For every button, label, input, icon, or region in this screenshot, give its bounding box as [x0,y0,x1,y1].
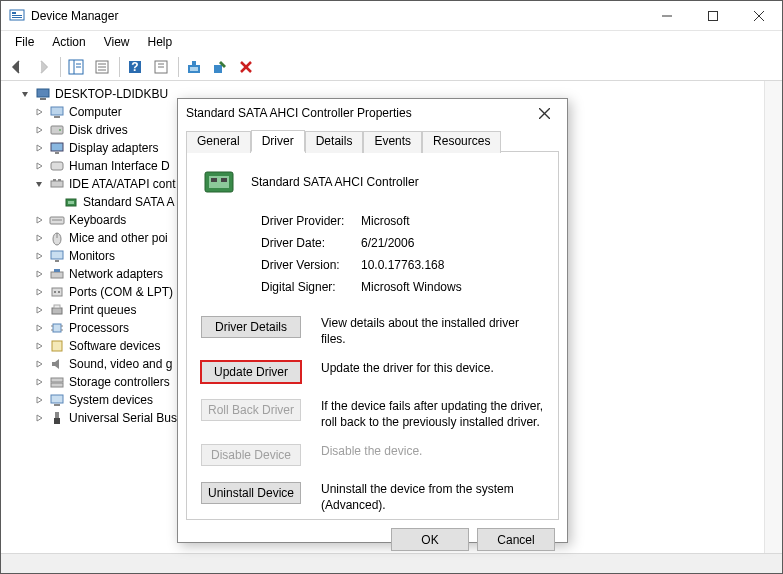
tab-general[interactable]: General [186,131,251,153]
signer-label: Digital Signer: [261,280,361,294]
chevron-icon[interactable] [33,160,45,172]
chevron-icon[interactable] [33,142,45,154]
svg-rect-37 [53,179,56,181]
properties-button[interactable] [90,55,114,79]
show-hide-tree-button[interactable] [64,55,88,79]
svg-rect-34 [55,152,59,154]
update-driver-button-dialog[interactable]: Update Driver [201,361,301,383]
version-label: Driver Version: [261,258,361,272]
svg-rect-28 [40,98,46,100]
menu-view[interactable]: View [96,33,138,51]
rollback-driver-button: Roll Back Driver [201,399,301,421]
svg-rect-29 [51,107,63,115]
chevron-icon[interactable] [33,358,45,370]
dialog-titlebar: Standard SATA AHCI Controller Properties [178,99,567,127]
svg-rect-47 [51,272,63,278]
tab-content: Standard SATA AHCI Controller Driver Pro… [186,152,559,520]
menubar: File Action View Help [1,31,782,53]
chevron-icon[interactable] [33,304,45,316]
svg-rect-3 [12,17,22,18]
tree-item-label: Computer [69,105,122,119]
statusbar [1,553,782,573]
provider-label: Driver Provider: [261,214,361,228]
chevron-icon[interactable] [33,124,45,136]
svg-text:?: ? [131,60,138,74]
tree-item-label: Mice and other poi [69,231,168,245]
svg-rect-63 [54,404,60,406]
svg-rect-45 [51,251,63,259]
chevron-down-icon[interactable] [19,88,31,100]
date-label: Driver Date: [261,236,361,250]
tree-item-label: Storage controllers [69,375,170,389]
scrollbar-gutter[interactable] [764,81,782,553]
svg-rect-2 [12,15,22,16]
device-icon [201,164,237,200]
dialog-title: Standard SATA AHCI Controller Properties [186,106,529,120]
back-button[interactable] [5,55,29,79]
menu-action[interactable]: Action [44,33,93,51]
disable-device-button: Disable Device [201,444,301,466]
chevron-icon[interactable] [33,106,45,118]
chevron-icon[interactable] [33,268,45,280]
tree-item-label: Sound, video and g [69,357,172,371]
chevron-icon[interactable] [33,178,45,190]
properties2-button[interactable] [149,55,173,79]
menu-help[interactable]: Help [140,33,181,51]
maximize-button[interactable] [690,1,736,30]
device-category-icon [49,392,65,408]
device-category-icon [49,248,65,264]
dialog-close-button[interactable] [529,99,559,127]
svg-rect-60 [51,378,63,382]
svg-rect-59 [52,341,62,351]
chevron-icon[interactable] [33,232,45,244]
chevron-icon[interactable] [33,322,45,334]
chevron-icon[interactable] [33,412,45,424]
chevron-icon[interactable] [33,250,45,262]
device-category-icon [49,338,65,354]
uninstall-button[interactable] [208,55,232,79]
tree-item-label: Human Interface D [69,159,170,173]
svg-rect-65 [54,418,60,424]
uninstall-device-button[interactable]: Uninstall Device [201,482,301,504]
tree-item-label: Disk drives [69,123,128,137]
device-name: Standard SATA AHCI Controller [251,175,419,189]
help-button[interactable]: ? [123,55,147,79]
menu-file[interactable]: File [7,33,42,51]
device-category-icon [49,140,65,156]
cancel-button[interactable]: Cancel [477,528,555,551]
tab-events[interactable]: Events [363,131,422,153]
svg-point-32 [59,129,61,131]
uninstall-device-desc: Uninstall the device from the system (Ad… [321,482,544,513]
svg-rect-54 [53,324,61,332]
chevron-icon[interactable] [33,286,45,298]
device-manager-window: Device Manager File Action View Help ? [0,0,783,574]
chevron-icon[interactable] [33,214,45,226]
driver-details-desc: View details about the installed driver … [321,316,544,347]
chevron-icon[interactable] [33,340,45,352]
svg-rect-27 [37,89,49,97]
svg-rect-52 [52,308,62,314]
close-button[interactable] [736,1,782,30]
svg-rect-30 [54,116,60,118]
date-value: 6/21/2006 [361,236,414,250]
tab-resources[interactable]: Resources [422,131,501,153]
tab-driver[interactable]: Driver [251,130,305,152]
tree-item-label: Processors [69,321,129,335]
tree-item-label: Monitors [69,249,115,263]
chevron-icon[interactable] [33,376,45,388]
chevron-icon[interactable] [33,394,45,406]
tree-item-label: Universal Serial Bus [69,411,177,425]
driver-details-button[interactable]: Driver Details [201,316,301,338]
svg-point-50 [54,291,56,293]
tab-details[interactable]: Details [305,131,364,153]
tree-item-label: IDE ATA/ATAPI cont [69,177,175,191]
forward-button[interactable] [31,55,55,79]
minimize-button[interactable] [644,1,690,30]
tree-item-label: Keyboards [69,213,126,227]
update-driver-button[interactable] [182,55,206,79]
tabstrip: General Driver Details Events Resources [186,129,559,152]
tree-item-label: Standard SATA A [83,195,175,209]
svg-rect-61 [51,383,63,387]
disable-button[interactable] [234,55,258,79]
ok-button[interactable]: OK [391,528,469,551]
